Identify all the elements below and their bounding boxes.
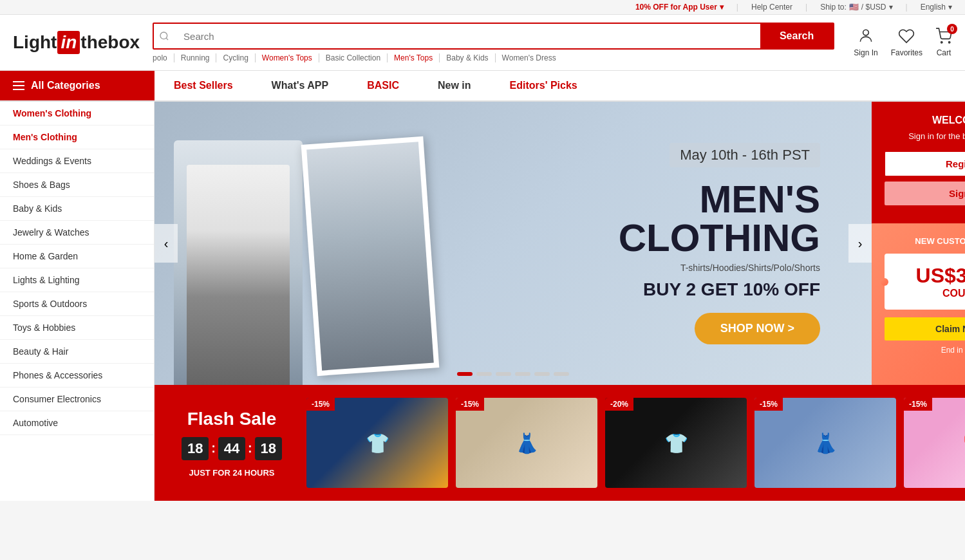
flash-product-2[interactable]: -20%👕 — [605, 398, 747, 488]
search-suggestion-cycling[interactable]: Cycling — [216, 53, 255, 62]
register-button[interactable]: Register — [885, 151, 965, 176]
sidebar-item-5[interactable]: Jewelry & Watches — [0, 221, 154, 245]
sidebar-item-8[interactable]: Sports & Outdoors — [0, 292, 154, 316]
nav-link-new-in[interactable]: New in — [418, 71, 491, 100]
flash-product-0[interactable]: -15%👕 — [306, 398, 448, 488]
header: Light in thebox Search poloRunningCyclin… — [0, 15, 965, 71]
sidebar-item-7[interactable]: Lights & Lighting — [0, 268, 154, 292]
person-icon — [857, 28, 874, 48]
search-suggestions: poloRunningCyclingWomen's TopsBasic Coll… — [153, 53, 834, 62]
search-button[interactable]: Search — [760, 24, 833, 48]
favorites-label: Favorites — [891, 48, 923, 57]
svg-point-2 — [863, 30, 869, 35]
search-container: Search poloRunningCyclingWomen's TopsBas… — [153, 23, 834, 62]
logo-in: in — [57, 31, 80, 54]
banner-dot-0[interactable] — [457, 372, 473, 376]
banner-section: May 10th - 16th PST MEN'S CLOTHING T-shi… — [155, 102, 965, 385]
new-customers-label: NEW CUSTOMERS ONLY — [885, 236, 965, 246]
top-bar-divider-3: | — [906, 3, 908, 12]
header-actions: Sign In Favorites 0 Cart — [854, 28, 952, 57]
flash-sale-subtitle: JUST FOR 24 HOURS — [189, 468, 275, 478]
banner-title: MEN'S CLOTHING — [619, 180, 820, 257]
sidebar-item-10[interactable]: Beauty & Hair — [0, 340, 154, 364]
banner-dot-3[interactable] — [515, 372, 530, 376]
search-bar: Search — [153, 23, 834, 50]
discount-badge-2: -20% — [605, 398, 633, 411]
language-selector[interactable]: English ▾ — [921, 3, 952, 12]
main-layout: Women's ClothingMen's ClothingWeddings &… — [0, 102, 965, 501]
nav-link-best-sellers[interactable]: Best Sellers — [155, 71, 252, 100]
search-suggestion-baby-&-kids[interactable]: Baby & Kids — [440, 53, 495, 62]
signin-label: Sign In — [854, 48, 877, 57]
coupon-panel: NEW CUSTOMERS ONLY US$3 OFF COUPON Claim… — [872, 223, 965, 385]
nav-link-what's-app[interactable]: What's APP — [252, 71, 348, 100]
welcome-title: WELCOME~~ — [885, 115, 965, 126]
welcome-panel: WELCOME~~ Sign in for the best experienc… — [872, 102, 965, 223]
promo-offer[interactable]: 10% OFF for App User ▾ — [635, 3, 724, 12]
sidebar-item-2[interactable]: Weddings & Events — [0, 149, 154, 173]
flash-product-1[interactable]: -15%👗 — [456, 398, 597, 488]
logo[interactable]: Light in thebox — [13, 31, 140, 54]
product-image-0: 👕 — [306, 398, 448, 488]
coupon-label: COUPON — [895, 288, 965, 299]
heart-icon — [898, 28, 915, 48]
all-categories-label: All Categories — [31, 80, 100, 91]
search-suggestion-running[interactable]: Running — [174, 53, 217, 62]
banner-image-area: May 10th - 16th PST MEN'S CLOTHING T-shi… — [155, 102, 872, 385]
flash-product-4[interactable]: -15%🎀 — [904, 398, 965, 488]
flash-sale-title: Flash Sale — [187, 409, 277, 429]
banner-prev-arrow[interactable]: ‹ — [155, 224, 178, 263]
help-center-link[interactable]: Help Center — [751, 3, 792, 12]
sidebar-item-6[interactable]: Home & Garden — [0, 245, 154, 268]
top-bar-divider-2: | — [805, 3, 807, 12]
nav-link-editors'-picks[interactable]: Editors' Picks — [491, 71, 597, 100]
all-categories-button[interactable]: All Categories — [0, 71, 155, 100]
discount-badge-1: -15% — [456, 398, 484, 411]
top-bar-divider-1: | — [736, 3, 738, 12]
product-image-3: 👗 — [754, 398, 896, 488]
svg-point-0 — [160, 32, 167, 39]
search-suggestion-men's-tops[interactable]: Men's Tops — [388, 53, 440, 62]
nav-link-basic[interactable]: BASIC — [348, 71, 418, 100]
banner-text: May 10th - 16th PST MEN'S CLOTHING T-shi… — [619, 143, 820, 344]
flash-product-3[interactable]: -15%👗 — [754, 398, 896, 488]
banner-dot-5[interactable] — [554, 372, 569, 376]
search-input[interactable] — [174, 24, 760, 48]
sidebar-item-3[interactable]: Shoes & Bags — [0, 173, 154, 197]
hamburger-icon — [13, 81, 24, 90]
search-suggestion-polo[interactable]: polo — [153, 53, 174, 62]
banner-dot-4[interactable] — [534, 372, 550, 376]
ship-to[interactable]: Ship to: 🇺🇸 / $USD ▾ — [820, 3, 892, 12]
sidebar-item-0[interactable]: Women's Clothing — [0, 102, 154, 126]
banner-dot-2[interactable] — [496, 372, 511, 376]
svg-point-4 — [949, 42, 950, 43]
timer-minutes: 44 — [218, 437, 245, 460]
favorites-action[interactable]: Favorites — [891, 28, 923, 57]
signin-button[interactable]: Sign In — [885, 182, 965, 205]
claim-now-button[interactable]: Claim Now >> — [885, 317, 965, 341]
banner-dot-1[interactable] — [476, 372, 492, 376]
sidebar-item-4[interactable]: Baby & Kids — [0, 197, 154, 221]
svg-line-1 — [166, 38, 168, 40]
search-suggestion-women's-dress[interactable]: Women's Dress — [496, 53, 563, 62]
search-suggestion-women's-tops[interactable]: Women's Tops — [256, 53, 319, 62]
sidebar-item-9[interactable]: Toys & Hobbies — [0, 316, 154, 340]
discount-badge-4: -15% — [904, 398, 932, 411]
banner-next-arrow[interactable]: › — [848, 224, 872, 263]
model-figure-1 — [174, 140, 303, 385]
search-suggestion-basic-collection[interactable]: Basic Collection — [319, 53, 388, 62]
flash-sale-timer: 18 : 44 : 18 — [182, 437, 281, 460]
cart-action[interactable]: 0 Cart — [935, 28, 952, 57]
signin-action[interactable]: Sign In — [854, 28, 877, 57]
coupon-end-text: End in 7 Days — [885, 346, 965, 355]
sidebar-item-11[interactable]: Phones & Accessories — [0, 364, 154, 387]
nav-bar: All Categories Best SellersWhat's APPBAS… — [0, 71, 965, 102]
nav-links: Best SellersWhat's APPBASICNew inEditors… — [155, 71, 597, 100]
sidebar-item-13[interactable]: Automotive — [0, 411, 154, 435]
sidebar-item-12[interactable]: Consumer Electronics — [0, 387, 154, 411]
welcome-subtitle: Sign in for the best experience — [885, 131, 965, 141]
banner-shop-button[interactable]: SHOP NOW > — [695, 313, 820, 344]
logo-thebox: thebox — [80, 32, 140, 53]
sidebar-item-1[interactable]: Men's Clothing — [0, 126, 154, 149]
logo-light: Light — [13, 32, 57, 53]
